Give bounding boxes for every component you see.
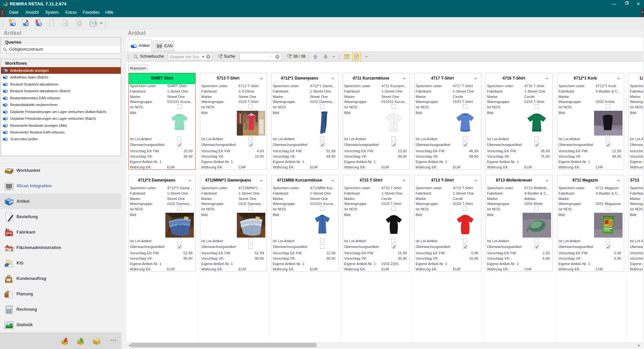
svg-text:04210: 04210 [7, 188, 11, 190]
